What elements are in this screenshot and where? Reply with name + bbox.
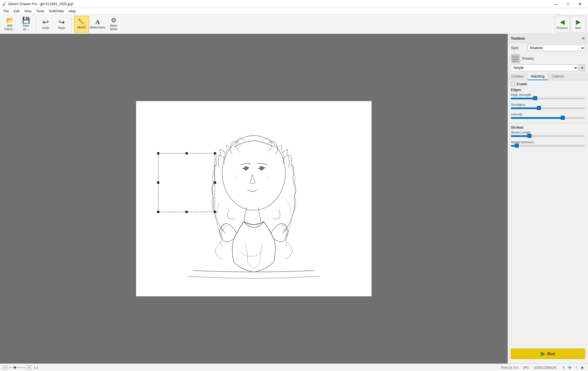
intensity-slider-track[interactable]	[511, 117, 585, 119]
sketch-button[interactable]: ✏️ Sketch	[74, 16, 89, 32]
presets-section: Presets Simple Detailed High Contrast So…	[508, 53, 588, 73]
close-button[interactable]: ✕	[574, 0, 586, 8]
watermarks-label: Watermarks	[90, 26, 105, 29]
next-button[interactable]: ▶ Next	[571, 16, 586, 32]
zoom-slider-track[interactable]	[9, 367, 26, 368]
save-as-label: Saveas...	[23, 24, 29, 31]
zoom-in-button[interactable]: +	[27, 365, 32, 370]
save-as-button[interactable]: 💾 Saveas...	[18, 16, 33, 32]
previous-label: Previous	[557, 26, 568, 30]
svg-rect-14	[512, 57, 519, 58]
run-button[interactable]: ▶ Run	[511, 349, 585, 359]
toolbar-separator-2	[71, 17, 72, 31]
svg-rect-8	[157, 181, 159, 184]
app-icon: 🖊	[2, 2, 6, 6]
save-as-icon: 💾	[22, 17, 30, 24]
edge-strength-thumb[interactable]	[533, 96, 537, 100]
svg-rect-6	[185, 152, 188, 154]
add-files-button[interactable]: 📂 AddFile(s)...	[2, 16, 17, 32]
run-icon: ▶	[541, 351, 545, 357]
watermarks-button[interactable]: A Watermarks	[90, 16, 105, 32]
stroke-length-fill	[511, 135, 529, 137]
svg-point-3	[260, 166, 264, 170]
style-row: Style Realistic Simple Detailed Cartoon	[508, 43, 588, 53]
presets-icon	[511, 54, 520, 63]
maximize-button[interactable]: □	[562, 0, 574, 8]
intensity-thumb[interactable]	[561, 116, 565, 120]
stroke-thickness-row: Stroke thickness	[508, 140, 588, 150]
dimensions-label: (1920x1280x24)	[533, 366, 556, 369]
intensity-row: Intensity	[508, 112, 588, 122]
svg-rect-10	[157, 211, 159, 213]
intensity-fill	[511, 117, 563, 119]
menu-edit[interactable]: Edit	[11, 9, 22, 14]
menu-file[interactable]: File	[1, 9, 11, 14]
undo-icon: ↩	[42, 18, 49, 26]
presets-dropdown-row: Simple Detailed High Contrast Soft ▼	[511, 64, 585, 71]
style-select[interactable]: Realistic Simple Detailed Cartoon	[527, 45, 585, 51]
menu-bar: File Edit View Tools SoftOrbits Help	[0, 8, 588, 14]
edge-strength-row: Edge Strength	[508, 92, 588, 102]
next-icon: ▶	[576, 18, 581, 26]
add-files-label: AddFile(s)...	[5, 24, 15, 31]
menu-view[interactable]: View	[22, 9, 34, 14]
undo-button[interactable]: ↩ Undo	[38, 16, 53, 32]
minimize-button[interactable]: —	[550, 0, 562, 8]
toolbox-panel: Toolbox ✕ Style Realistic Simple Detaile…	[508, 34, 588, 364]
enable-row: Enable	[508, 80, 588, 87]
smudging-slider-track[interactable]	[511, 107, 585, 109]
redo-button[interactable]: ↪ Redo	[54, 16, 69, 32]
strokes-section-title: Strokes	[508, 124, 588, 130]
zoom-label: 1:1	[34, 366, 38, 369]
canvas-area[interactable]	[0, 34, 508, 364]
sketch-svg	[136, 101, 372, 296]
status-bar: − + 1:1 Time (s): 0.0 JPG (1920x1280x24)…	[0, 364, 588, 371]
run-button-area: ▶ Run	[508, 344, 588, 364]
twitter-icon[interactable]: 🐦	[567, 365, 572, 370]
toolbox-header: Toolbox ✕	[508, 34, 588, 43]
stroke-thickness-thumb[interactable]	[515, 144, 519, 148]
presets-select[interactable]: Simple Detailed High Contrast Soft	[511, 64, 578, 71]
menu-help[interactable]: Help	[66, 9, 78, 14]
zoom-out-button[interactable]: −	[3, 365, 7, 370]
presets-dropdown-arrow[interactable]: ▼	[579, 64, 585, 71]
toolbox-close-button[interactable]: ✕	[581, 36, 585, 41]
tab-colorize[interactable]: Colorize	[548, 73, 568, 80]
window-title: Sketch Drawer Pro - girl-511883_1920.jpg…	[8, 2, 74, 6]
tabs-row: Contour Hatching Colorize	[508, 73, 588, 80]
previous-icon: ◀	[560, 18, 565, 26]
menu-tools[interactable]: Tools	[34, 9, 47, 14]
zoom-slider-thumb	[14, 366, 16, 369]
stroke-thickness-slider-track[interactable]	[511, 145, 585, 147]
smudging-thumb[interactable]	[537, 106, 541, 110]
youtube-icon[interactable]: ▶	[580, 365, 585, 370]
add-files-icon: 📂	[6, 17, 14, 24]
enable-checkbox[interactable]	[511, 82, 515, 86]
previous-button[interactable]: ◀ Previous	[555, 16, 570, 32]
smudging-label: Smudging	[511, 103, 585, 106]
intensity-label: Intensity	[511, 113, 585, 116]
tab-hatching[interactable]: Hatching	[527, 73, 548, 80]
stroke-length-thumb[interactable]	[527, 134, 531, 138]
status-left: − + 1:1	[3, 365, 496, 370]
svg-rect-12	[214, 211, 216, 213]
info-icon[interactable]: ℹ	[561, 365, 566, 370]
status-icons: ℹ 🐦 f ▶	[561, 365, 585, 370]
smudging-fill	[511, 107, 539, 109]
stroke-thickness-label: Stroke thickness	[511, 140, 585, 144]
menu-softorbits[interactable]: SoftOrbits	[47, 9, 66, 14]
batch-mode-button[interactable]: ⚙ BatchMode	[106, 16, 121, 32]
stroke-length-slider-track[interactable]	[511, 135, 585, 137]
edge-strength-slider-track[interactable]	[511, 98, 585, 99]
section-divider-strokes	[508, 123, 588, 123]
sketch-icon: ✏️	[78, 19, 86, 25]
edge-strength-fill	[511, 98, 535, 99]
batch-mode-label: BatchMode	[110, 24, 117, 31]
facebook-icon[interactable]: f	[574, 365, 579, 370]
title-bar: 🖊 Sketch Drawer Pro - girl-511883_1920.j…	[0, 0, 588, 8]
canvas-background	[0, 34, 508, 364]
tab-contour[interactable]: Contour	[508, 73, 527, 80]
edges-section-title: Edges	[508, 87, 588, 92]
svg-rect-11	[185, 211, 188, 213]
sketch-canvas	[136, 101, 372, 296]
